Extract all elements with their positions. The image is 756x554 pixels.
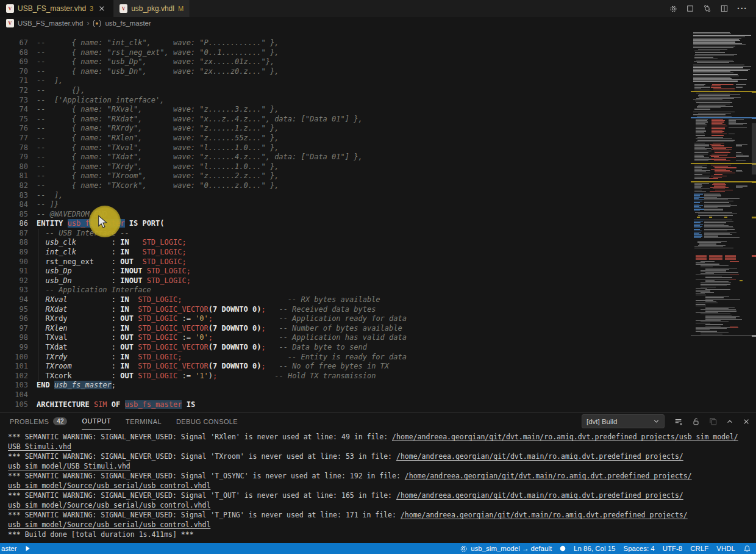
- file-path-link[interactable]: usb_sim_model/Source/usb_serial/usb_cont…: [8, 501, 210, 509]
- code-line[interactable]: TXcork : OUT STD_LOGIC := '1'); -- Hold …: [37, 372, 407, 381]
- code-line[interactable]: -- { name: "TXcork", wave: "0......z.0..…: [37, 181, 407, 191]
- line-number[interactable]: 68: [0, 48, 28, 58]
- line-number[interactable]: 101: [0, 362, 28, 372]
- line-number[interactable]: 70: [0, 67, 28, 77]
- line-number[interactable]: 75: [0, 115, 28, 124]
- minimap[interactable]: [691, 29, 752, 412]
- status-item-usb-sim-model[interactable]: usb_sim_model → default: [460, 545, 552, 553]
- code-line[interactable]: TXval : OUT STD_LOGIC := '0'; -- Applica…: [37, 333, 407, 343]
- code-line[interactable]: -- { name: "RXval", wave: "z......3.z...…: [37, 105, 407, 115]
- line-number[interactable]: 103: [0, 381, 28, 390]
- compare-icon[interactable]: [703, 4, 711, 13]
- line-number[interactable]: 87: [0, 229, 28, 239]
- line-number-gutter[interactable]: 6768697071727374757677787980818283848586…: [0, 38, 28, 409]
- line-number[interactable]: 84: [0, 200, 28, 210]
- close-icon[interactable]: [743, 418, 750, 425]
- file-path-link[interactable]: /home/andreea.georgian/git/dvt.main/ro.a…: [392, 433, 738, 441]
- status-item-vhdl[interactable]: VHDL: [716, 545, 735, 552]
- line-number[interactable]: 77: [0, 134, 28, 143]
- code-line[interactable]: rst_neg_ext : OUT STD_LOGIC;: [37, 257, 407, 267]
- gear-icon[interactable]: [669, 5, 677, 13]
- code-line[interactable]: -- { name: "TXrdy", wave: "l......1.0...…: [37, 162, 407, 172]
- line-number[interactable]: 94: [0, 295, 28, 305]
- square-icon[interactable]: [686, 5, 694, 12]
- breadcrumb-file[interactable]: USB_FS_master.vhd: [18, 20, 83, 27]
- line-number[interactable]: 99: [0, 343, 28, 353]
- line-number[interactable]: 90: [0, 257, 28, 267]
- code-line[interactable]: -- ],: [37, 76, 407, 86]
- breadcrumb-symbol[interactable]: usb_fs_master: [105, 20, 151, 27]
- code-line[interactable]: -- { name: "RXlen", wave: "z......55z...…: [37, 134, 407, 143]
- editor-scrollbar[interactable]: [752, 123, 756, 174]
- line-number[interactable]: 86: [0, 219, 28, 229]
- code-line[interactable]: -- { name: "TXdat", wave: "z......4.z...…: [37, 153, 407, 162]
- status-item-bell[interactable]: [743, 545, 751, 553]
- line-number[interactable]: 92: [0, 276, 28, 286]
- line-number[interactable]: 81: [0, 171, 28, 181]
- code-line[interactable]: int_clk : IN STD_LOGIC;: [37, 248, 407, 257]
- line-number[interactable]: 76: [0, 124, 28, 134]
- code-line[interactable]: RXlen : IN STD_LOGIC_VECTOR(7 DOWNTO 0);…: [37, 324, 407, 334]
- status-item-dot[interactable]: [560, 545, 566, 552]
- code-line[interactable]: [37, 390, 407, 400]
- code-line[interactable]: usb_clk : IN STD_LOGIC;: [37, 238, 407, 248]
- code-line[interactable]: -- { name: "RXrdy", wave: "z......1.z...…: [37, 124, 407, 134]
- line-number[interactable]: 69: [0, 57, 28, 67]
- line-number[interactable]: 82: [0, 181, 28, 191]
- code-line[interactable]: ARCHITECTURE SIM OF usb_fs_master IS: [37, 400, 407, 410]
- line-number[interactable]: 67: [0, 38, 28, 48]
- code-line[interactable]: -- {},: [37, 86, 407, 96]
- line-number[interactable]: 104: [0, 390, 28, 400]
- more-icon[interactable]: ···: [737, 5, 747, 12]
- code-line[interactable]: TXroom : IN STD_LOGIC_VECTOR(7 DOWNTO 0)…: [37, 362, 407, 372]
- code-line[interactable]: -- { name: "int_clk", wave: "P..........…: [37, 38, 407, 48]
- file-path-link[interactable]: usb_sim_model/USB_Stimuli.vhd: [8, 462, 130, 470]
- status-item-utf-8[interactable]: UTF-8: [663, 545, 683, 552]
- code-line[interactable]: END usb_fs_master;: [37, 381, 407, 390]
- line-number[interactable]: 100: [0, 353, 28, 362]
- file-path-link[interactable]: /home/andreea.georgian/git/dvt.main/ro.a…: [405, 472, 692, 480]
- chevron-up-icon[interactable]: [726, 418, 733, 425]
- file-path-link[interactable]: usb_sim_model/Source/usb_serial/usb_cont…: [8, 481, 210, 490]
- line-number[interactable]: 74: [0, 105, 28, 115]
- code-line[interactable]: usb_Dp : INOUT STD_LOGIC;: [37, 267, 407, 276]
- code-line[interactable]: -- { name: "usb_Dp", wave: "zx.....01z..…: [37, 57, 407, 67]
- code-line[interactable]: -- ],: [37, 191, 407, 201]
- line-number[interactable]: 73: [0, 96, 28, 106]
- code-line[interactable]: RXdat : IN STD_LOGIC_VECTOR(7 DOWNTO 0);…: [37, 305, 407, 315]
- status-item-ln[interactable]: Ln 86, Col 15: [574, 545, 615, 552]
- line-number[interactable]: 88: [0, 238, 28, 248]
- line-number[interactable]: 72: [0, 86, 28, 96]
- file-path-link[interactable]: USB_Stimuli.vhd: [8, 442, 71, 451]
- close-icon[interactable]: [97, 5, 107, 12]
- line-number[interactable]: 93: [0, 286, 28, 295]
- code-line[interactable]: TXrdy : IN STD_LOGIC; -- Entity is ready…: [37, 353, 407, 362]
- line-number[interactable]: 85: [0, 210, 28, 220]
- code-line[interactable]: -- Application Interface: [37, 286, 407, 295]
- file-path-link[interactable]: usb_sim_model/Source/usb_serial/usb_cont…: [8, 520, 210, 529]
- code-line[interactable]: -- ]}: [37, 200, 407, 210]
- code-line[interactable]: -- { name: "TXroom", wave: "z......2.z..…: [37, 171, 407, 181]
- line-number[interactable]: 98: [0, 333, 28, 343]
- line-number[interactable]: 83: [0, 191, 28, 201]
- line-number[interactable]: 91: [0, 267, 28, 276]
- file-path-link[interactable]: /home/andreea.georgian/git/dvt.main/ro.a…: [396, 491, 683, 500]
- line-number[interactable]: 80: [0, 162, 28, 172]
- line-number[interactable]: 71: [0, 76, 28, 86]
- tab-usb-fs-master-vhd[interactable]: VUSB_FS_master.vhd3: [0, 0, 113, 17]
- unlock-icon[interactable]: [692, 417, 700, 426]
- code-line[interactable]: -- { name: "TXval", wave: "l......1.0...…: [37, 143, 407, 153]
- panel-tab-output[interactable]: OUTPUT: [82, 413, 111, 430]
- code-line[interactable]: usb_Dn : INOUT STD_LOGIC;: [37, 276, 407, 286]
- line-number[interactable]: 102: [0, 372, 28, 381]
- status-item-play[interactable]: [25, 545, 30, 552]
- output-channel-select[interactable]: [dvt] Build: [582, 414, 665, 428]
- code-line[interactable]: -- ['Application interface',: [37, 96, 407, 106]
- code-line[interactable]: -- { name: "RXdat", wave: "x...z..4.z...…: [37, 115, 407, 124]
- code-line[interactable]: RXval : IN STD_LOGIC; -- RX bytes availa…: [37, 295, 407, 305]
- code-line[interactable]: -- { name: "usb_Dn", wave: "zx....z0.z..…: [37, 67, 407, 77]
- status-item-spaces[interactable]: Spaces: 4: [624, 545, 655, 552]
- status-item-crlf[interactable]: CRLF: [690, 545, 708, 552]
- panel-tab-problems[interactable]: PROBLEMS42: [10, 414, 67, 430]
- line-number[interactable]: 105: [0, 400, 28, 410]
